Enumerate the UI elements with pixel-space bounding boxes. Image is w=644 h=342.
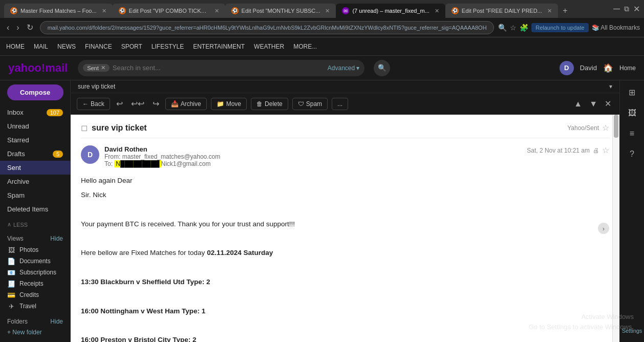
email-star-icon[interactable]: ☆ bbox=[602, 145, 609, 155]
search-submit-btn[interactable]: 🔍 bbox=[374, 60, 390, 76]
sidebar-item-drafts[interactable]: Drafts 5 bbox=[0, 147, 70, 161]
view-documents[interactable]: 📄 Documents bbox=[0, 255, 70, 267]
print-icon[interactable]: 🖨 bbox=[593, 147, 599, 154]
sidebar-item-deleted[interactable]: Deleted Items bbox=[0, 202, 70, 216]
sidebar-item-spam[interactable]: Spam bbox=[0, 188, 70, 202]
tab-2[interactable]: ⚽ Edit Post "VIP COMBO TICKE... ✕ bbox=[113, 4, 225, 18]
hide-folders-btn[interactable]: Hide bbox=[50, 318, 63, 325]
back-nav-btn[interactable]: ‹ bbox=[4, 22, 12, 33]
view-photos[interactable]: 🖼 Photos bbox=[0, 244, 70, 255]
spam-icon: 🛡 bbox=[298, 100, 304, 108]
recipient-highlighted: N█████████ bbox=[114, 160, 161, 167]
tab-4[interactable]: ✉ (7 unread) – master_fixed_m... ✕ bbox=[336, 4, 445, 18]
views-header: Views Hide bbox=[0, 233, 70, 244]
list-icon[interactable]: ≡ bbox=[627, 126, 637, 141]
back-btn[interactable]: ← Back bbox=[77, 98, 110, 110]
folder-name: sure vip ticket bbox=[78, 83, 115, 90]
email-match-2: 16:00 Nottingham v West Ham Type: 1 bbox=[81, 305, 609, 317]
address-input[interactable] bbox=[40, 21, 495, 34]
nav-home[interactable]: HOME bbox=[6, 43, 25, 50]
sidebar-item-sent[interactable]: Sent bbox=[0, 161, 70, 175]
update-btn[interactable]: Relaunch to update bbox=[531, 23, 588, 32]
new-folder-btn[interactable]: + New folder bbox=[0, 327, 70, 337]
email-scrollbar[interactable] bbox=[612, 115, 619, 342]
sidebar-item-unread[interactable]: Unread bbox=[0, 119, 70, 133]
tab-3-close[interactable]: ✕ bbox=[325, 8, 330, 14]
reply-all-btn[interactable]: ↩↩ bbox=[129, 98, 146, 110]
mail-body: Compose Inbox 107 Unread Starred Drafts … bbox=[0, 80, 644, 342]
nav-mail[interactable]: MAIL bbox=[34, 43, 48, 50]
nav-news[interactable]: NEWS bbox=[57, 43, 76, 50]
views-section: Views Hide 🖼 Photos 📄 Documents 📧 Subscr… bbox=[0, 231, 70, 314]
settings-btn[interactable]: Settings bbox=[618, 324, 644, 338]
yahoo-logo: yahoo!mail bbox=[8, 61, 68, 75]
compose-btn[interactable]: Compose bbox=[7, 84, 63, 100]
nav-finance[interactable]: FINANCE bbox=[85, 43, 112, 50]
bookmark-icon[interactable]: ☆ bbox=[510, 24, 517, 32]
tab-4-close[interactable]: ✕ bbox=[435, 8, 439, 14]
reply-btn[interactable]: ↩ bbox=[114, 98, 125, 110]
expand-arrow[interactable]: › bbox=[598, 223, 609, 234]
email-meta: Yahoo/Sent ☆ bbox=[567, 123, 609, 133]
move-down-btn[interactable]: ▼ bbox=[587, 98, 599, 110]
search-tag-sent: Sent ✕ bbox=[83, 64, 110, 72]
nav-lifestyle[interactable]: LIFESTYLE bbox=[152, 43, 184, 50]
travel-icon: ✈ bbox=[7, 302, 15, 310]
tab-5[interactable]: ⚽ Edit Post "FREE DAILY PRED... ✕ bbox=[445, 4, 558, 18]
sidebar-item-starred[interactable]: Starred bbox=[0, 133, 70, 147]
email-subject-row: ◻ sure vip ticket Yahoo/Sent ☆ bbox=[81, 123, 609, 138]
bookmarks-bar-btn[interactable]: 📚 All Bookmarks bbox=[592, 24, 640, 31]
new-tab-btn[interactable]: + bbox=[558, 4, 572, 18]
tab-2-close[interactable]: ✕ bbox=[214, 8, 219, 14]
email-checkbox[interactable]: ◻ bbox=[81, 123, 88, 133]
nav-weather[interactable]: WEATHER bbox=[254, 43, 284, 50]
tab-1-close[interactable]: ✕ bbox=[102, 8, 106, 14]
delete-btn[interactable]: 🗑 Delete bbox=[251, 98, 288, 110]
view-subscriptions[interactable]: 📧 Subscriptions bbox=[0, 267, 70, 278]
close-window-btn[interactable]: ✕ bbox=[633, 4, 640, 14]
search-tag-remove[interactable]: ✕ bbox=[101, 65, 105, 71]
advanced-search-btn[interactable]: Advanced ▾ bbox=[328, 65, 359, 72]
grid-icon[interactable]: ⊞ bbox=[626, 84, 638, 100]
scrollbar-thumb[interactable] bbox=[614, 115, 618, 138]
sidebar-item-archive[interactable]: Archive bbox=[0, 175, 70, 188]
search-input[interactable] bbox=[113, 64, 328, 72]
move-btn[interactable]: 📁 Move bbox=[211, 98, 247, 110]
archive-icon: 📥 bbox=[171, 100, 179, 108]
archive-btn[interactable]: 📥 Archive bbox=[165, 98, 207, 110]
back-arrow-icon: ← bbox=[82, 100, 89, 108]
view-receipts[interactable]: 🧾 Receipts bbox=[0, 278, 70, 289]
extension-icon[interactable]: 🧩 bbox=[520, 24, 528, 32]
reload-btn[interactable]: ↻ bbox=[24, 22, 36, 33]
move-up-btn[interactable]: ▲ bbox=[572, 98, 584, 110]
address-bar-row: ‹ › ↻ 🔍 ☆ 🧩 Relaunch to update 📚 All Boo… bbox=[0, 18, 644, 37]
tab-1[interactable]: ⚽ Master Fixed Matches – Foo... ✕ bbox=[4, 4, 113, 18]
maximize-btn[interactable]: ⧉ bbox=[624, 5, 629, 13]
folder-chevron-icon[interactable]: ▾ bbox=[609, 83, 612, 90]
help-icon[interactable]: ? bbox=[627, 146, 637, 162]
image-icon[interactable]: 🖼 bbox=[625, 105, 639, 121]
sidebar-item-inbox[interactable]: Inbox 107 bbox=[0, 105, 70, 119]
tab-3[interactable]: ⚽ Edit Post "MONTHLY SUBSC... ✕ bbox=[225, 4, 336, 18]
forward-btn[interactable]: ↪ bbox=[151, 98, 161, 110]
spam-btn[interactable]: 🛡 Spam bbox=[292, 98, 328, 110]
nav-sport[interactable]: SPORT bbox=[121, 43, 142, 50]
nav-entertainment[interactable]: ENTERTAINMENT bbox=[193, 43, 245, 50]
tab-5-close[interactable]: ✕ bbox=[547, 8, 552, 14]
close-email-btn[interactable]: ✕ bbox=[603, 98, 613, 110]
nav-more[interactable]: MORE... bbox=[293, 43, 317, 50]
tab-2-label: Edit Post "VIP COMBO TICKE... bbox=[129, 8, 209, 14]
email-viewer-main: sure vip ticket ▾ ← Back ↩ ↩↩ ↪ 📥 Arch bbox=[71, 80, 619, 342]
hide-views-btn[interactable]: Hide bbox=[50, 235, 63, 242]
search-icon[interactable]: 🔍 bbox=[498, 24, 507, 32]
star-icon[interactable]: ☆ bbox=[602, 123, 609, 133]
sidebar-less-section[interactable]: ∧ Less bbox=[0, 218, 70, 231]
forward-nav-btn[interactable]: › bbox=[14, 22, 22, 33]
minimize-btn[interactable]: ─ bbox=[613, 4, 620, 14]
view-credits[interactable]: 💳 Credits bbox=[0, 289, 70, 301]
email-from-row: D David Rothen From: master_fixed_matche… bbox=[81, 145, 609, 167]
view-travel[interactable]: ✈ Travel bbox=[0, 301, 70, 312]
tab-1-icon: ⚽ bbox=[10, 7, 17, 14]
more-btn[interactable]: ... bbox=[332, 98, 348, 110]
home-link[interactable]: Home bbox=[619, 65, 636, 72]
